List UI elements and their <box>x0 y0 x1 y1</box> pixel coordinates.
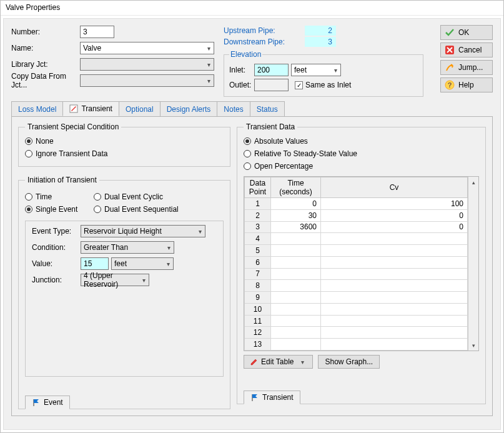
radio-open-percentage[interactable]: Open Percentage <box>244 160 479 172</box>
table-row[interactable]: 9 <box>245 292 468 304</box>
name-combo[interactable]: Valve ▾ <box>80 42 214 54</box>
table-row[interactable]: 2300 <box>245 209 468 221</box>
jump-button[interactable]: Jump... <box>440 60 493 75</box>
scroll-up-icon[interactable]: ▴ <box>468 177 478 187</box>
transient-table[interactable]: Data Point Time (seconds) Cv 10100230033… <box>244 177 468 351</box>
event-type-combo[interactable]: Reservoir Liquid Height▾ <box>81 225 205 237</box>
jump-icon <box>445 62 455 72</box>
tab-optional[interactable]: Optional <box>119 101 161 116</box>
content-area: Number: Name: Valve ▾ Library Jct: ▾ <box>3 18 501 430</box>
table-row[interactable]: 7 <box>245 268 468 280</box>
table-row[interactable]: 336000 <box>245 221 468 233</box>
transient-table-wrap: Data Point Time (seconds) Cv 10100230033… <box>244 176 479 351</box>
cancel-button[interactable]: Cancel <box>440 42 493 57</box>
radio-dual-cyclic[interactable]: Dual Event Cyclic <box>94 191 224 203</box>
col-time[interactable]: Time (seconds) <box>271 177 321 198</box>
tab-design-alerts[interactable]: Design Alerts <box>160 101 218 116</box>
value-label: Value: <box>32 259 81 268</box>
radio-dual-sequential[interactable]: Dual Event Sequential <box>94 203 224 216</box>
tab-transient[interactable]: Transient <box>62 101 119 116</box>
upstream-pipe-value: 2 <box>305 26 336 36</box>
edit-icon <box>69 104 78 113</box>
pane-left: Transient Special Condition None Ignore … <box>18 122 230 409</box>
radio-ignore-transient[interactable]: Ignore Transient Data <box>25 147 224 160</box>
library-jct-combo[interactable]: ▾ <box>80 58 214 71</box>
elevation-group: Elevation Inlet: feet ▾ Outlet: ✓ <box>224 50 423 97</box>
transient-inner-tab[interactable]: Transient <box>244 391 300 404</box>
copy-data-label: Copy Data From Jct... <box>11 72 80 89</box>
jump-label: Jump... <box>458 63 483 72</box>
help-label: Help <box>458 81 474 89</box>
inlet-unit: feet <box>294 66 307 74</box>
radio-none[interactable]: None <box>25 135 224 147</box>
radio-single-event[interactable]: Single Event <box>25 203 94 216</box>
special-condition-group: Transient Special Condition None Ignore … <box>18 122 230 167</box>
table-row[interactable]: 8 <box>245 280 468 292</box>
inlet-label: Inlet: <box>229 66 254 74</box>
table-row[interactable]: 5 <box>245 245 468 257</box>
initiation-group: Initiation of Transient Time Dual Event … <box>18 176 230 409</box>
downstream-pipe-row: Downstream Pipe: 3 <box>224 36 423 47</box>
table-row[interactable]: 10100 <box>245 198 468 210</box>
value-unit-combo[interactable]: feet▾ <box>111 257 174 270</box>
chevron-down-icon: ▾ <box>332 67 339 74</box>
condition-label: Condition: <box>32 243 81 252</box>
table-row[interactable]: 12 <box>245 327 468 339</box>
table-row[interactable]: 11 <box>245 315 468 327</box>
name-label: Name: <box>11 44 80 52</box>
event-inner-tab[interactable]: Event <box>25 396 70 409</box>
tab-loss-model[interactable]: Loss Model <box>11 101 63 116</box>
number-input[interactable] <box>80 26 114 38</box>
flag-icon <box>32 398 41 407</box>
pipe-elev-group: Upstream Pipe: 2 Downstream Pipe: 3 Elev… <box>224 25 423 97</box>
tab-notes[interactable]: Notes <box>217 101 250 116</box>
condition-combo[interactable]: Greater Than▾ <box>81 241 174 254</box>
table-row[interactable]: 4 <box>245 233 468 245</box>
upstream-pipe-row: Upstream Pipe: 2 <box>224 25 423 36</box>
event-settings-group: Event Type: Reservoir Liquid Height▾ Con… <box>25 221 224 377</box>
ok-button[interactable]: OK <box>440 25 493 40</box>
window-title: Valve Properties <box>6 3 60 12</box>
edit-table-button[interactable]: Edit Table ▾ <box>244 355 313 369</box>
chevron-down-icon: ▾ <box>165 261 172 267</box>
same-as-inlet-checkbox[interactable]: ✓ <box>295 81 303 89</box>
tab-strip: Loss Model Transient Optional Design Ale… <box>11 101 493 117</box>
dialog-buttons: OK Cancel Jump... ? <box>423 25 493 97</box>
downstream-pipe-value: 3 <box>305 37 336 47</box>
cancel-label: Cancel <box>458 46 482 54</box>
top-row: Number: Name: Valve ▾ Library Jct: ▾ <box>4 19 500 101</box>
chevron-down-icon: ▾ <box>205 77 212 84</box>
help-button[interactable]: ? Help <box>440 77 493 92</box>
table-scrollbar[interactable]: ▴ ▾ <box>468 177 478 351</box>
col-cv[interactable]: Cv <box>321 177 468 198</box>
table-row[interactable]: 10 <box>245 303 468 315</box>
junction-label: Junction: <box>32 276 81 284</box>
tab-status[interactable]: Status <box>250 101 285 116</box>
show-graph-button[interactable]: Show Graph... <box>318 355 380 369</box>
copy-data-combo[interactable]: ▾ <box>80 74 214 87</box>
checkmark-icon <box>445 27 455 37</box>
scroll-down-icon[interactable]: ▾ <box>468 340 478 351</box>
inlet-input[interactable] <box>254 64 289 76</box>
chevron-down-icon: ▾ <box>197 228 204 235</box>
downstream-pipe-label: Downstream Pipe: <box>224 37 305 46</box>
elevation-legend: Elevation <box>229 50 262 59</box>
col-data-point[interactable]: Data Point <box>245 177 271 198</box>
inlet-unit-combo[interactable]: feet ▾ <box>291 64 341 76</box>
name-value: Valve <box>83 44 101 52</box>
chevron-down-icon: ▾ <box>299 359 306 366</box>
edit-icon <box>250 358 258 366</box>
identity-form: Number: Name: Valve ▾ Library Jct: ▾ <box>11 25 224 97</box>
chevron-down-icon: ▾ <box>205 45 212 52</box>
transient-data-group: Transient Data Absolute Values Relative … <box>237 122 486 404</box>
library-jct-label: Library Jct: <box>11 60 80 69</box>
initiation-legend: Initiation of Transient <box>25 176 99 184</box>
junction-combo[interactable]: 4 (Upper Reservoir)▾ <box>81 274 149 286</box>
radio-absolute-values[interactable]: Absolute Values <box>244 135 479 147</box>
table-row[interactable]: 6 <box>245 256 468 268</box>
value-input[interactable] <box>81 257 109 270</box>
radio-relative-steady[interactable]: Relative To Steady-State Value <box>244 147 479 160</box>
table-row[interactable]: 13 <box>245 339 468 351</box>
radio-time[interactable]: Time <box>25 191 94 203</box>
special-condition-legend: Transient Special Condition <box>25 122 121 131</box>
